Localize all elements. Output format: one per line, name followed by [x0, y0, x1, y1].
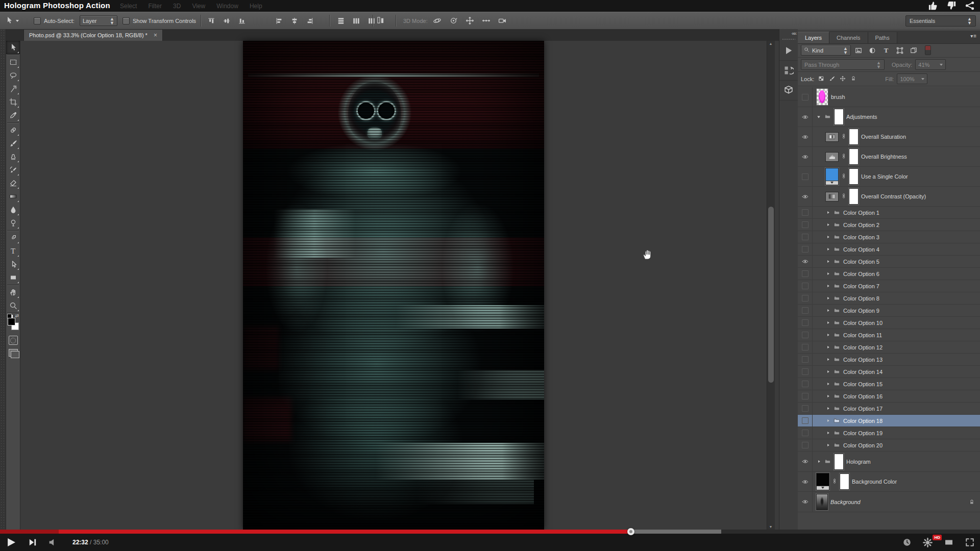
layer-row-color-option-11[interactable]: Color Option 11 — [798, 329, 980, 341]
layer-name[interactable]: Color Option 12 — [843, 344, 883, 350]
collapse-triangle-icon[interactable] — [825, 247, 830, 252]
current-tool-badge[interactable] — [5, 12, 19, 29]
collapse-triangle-icon[interactable] — [825, 271, 830, 276]
menu-select[interactable]: Select — [114, 3, 142, 10]
layer-row-adjustments[interactable]: Adjustments — [798, 107, 980, 127]
eye-visible-icon[interactable] — [798, 452, 813, 471]
layer-name[interactable]: Adjustments — [846, 114, 877, 120]
layer-row-overall-brightness[interactable]: Overall Brightness — [798, 147, 980, 167]
layer-name[interactable]: Color Option 18 — [843, 418, 883, 424]
layer-row-color-option-9[interactable]: Color Option 9 — [798, 305, 980, 317]
collapse-triangle-icon[interactable] — [825, 308, 830, 313]
color-fill-thumbnail[interactable] — [825, 168, 839, 185]
3d-orbit-button[interactable] — [430, 15, 444, 27]
collapse-triangle-icon[interactable] — [825, 222, 830, 227]
layer-row-color-option-10[interactable]: Color Option 10 — [798, 317, 980, 329]
lock-paint-button[interactable] — [829, 76, 835, 83]
3d-pan-button[interactable] — [463, 15, 476, 27]
eye-hidden-box[interactable] — [798, 219, 813, 231]
collapse-triangle-icon[interactable] — [825, 406, 830, 411]
layer-name[interactable]: Overall Saturation — [861, 134, 906, 140]
historybrush-tool[interactable] — [6, 163, 20, 177]
layer-name[interactable]: Color Option 3 — [843, 234, 879, 240]
eye-visible-icon[interactable] — [798, 256, 813, 267]
3d-roll-button[interactable] — [447, 15, 460, 27]
auto-select-target-dropdown[interactable]: Layer ▲▼ — [80, 15, 117, 26]
eye-hidden-box[interactable] — [798, 207, 813, 218]
eye-hidden-box[interactable] — [798, 243, 813, 255]
layer-row-color-option-20[interactable]: Color Option 20 — [798, 439, 980, 452]
workspace-switcher[interactable]: Essentials ▲▼ — [905, 15, 976, 27]
layer-row-color-option-3[interactable]: Color Option 3 — [798, 231, 980, 243]
collapse-triangle-icon[interactable] — [825, 284, 830, 288]
layer-name[interactable]: Color Option 15 — [843, 381, 883, 387]
layer-row-color-option-5[interactable]: Color Option 5 — [798, 256, 980, 268]
eye-hidden-box[interactable] — [798, 366, 813, 378]
eye-hidden-box[interactable] — [798, 317, 813, 329]
layer-name[interactable]: Color Option 8 — [843, 295, 879, 302]
hand-tool[interactable] — [6, 286, 20, 299]
filter-kind-dropdown[interactable]: Kind ▲▼ — [801, 45, 851, 56]
brush-tool[interactable] — [6, 137, 20, 150]
eye-hidden-box[interactable] — [798, 415, 813, 427]
layer-row-color-option-6[interactable]: Color Option 6 — [798, 268, 980, 280]
layer-thumbnail[interactable] — [816, 494, 828, 510]
menu-help[interactable]: Help — [244, 3, 268, 10]
screen-mode-button[interactable] — [9, 349, 18, 357]
layer-row-color-option-14[interactable]: Color Option 14 — [798, 366, 980, 378]
menu-window[interactable]: Window — [211, 3, 244, 10]
collapse-triangle-icon[interactable] — [825, 235, 830, 239]
opacity-value-box[interactable]: 41% — [915, 59, 946, 70]
eye-hidden-box[interactable] — [798, 439, 813, 451]
eye-visible-icon[interactable] — [798, 472, 813, 491]
menu-view[interactable]: View — [186, 3, 211, 10]
expand-triangle-icon[interactable] — [816, 114, 821, 119]
layer-name[interactable]: Color Option 16 — [843, 393, 883, 399]
filter-type-button[interactable]: T — [880, 45, 892, 56]
layer-name[interactable]: Color Option 5 — [843, 259, 879, 265]
layer-name[interactable]: Color Option 1 — [843, 210, 879, 216]
eye-visible-icon[interactable] — [798, 492, 813, 512]
layer-row-background-color[interactable]: Background Color — [798, 472, 980, 492]
eye-hidden-box[interactable] — [798, 87, 813, 107]
layer-row-color-option-19[interactable]: Color Option 19 — [798, 427, 980, 439]
layer-name[interactable]: Color Option 10 — [843, 320, 883, 326]
heal-tool[interactable] — [6, 123, 20, 137]
blur-tool[interactable] — [6, 203, 20, 216]
collapse-triangle-icon[interactable] — [825, 320, 830, 325]
eye-visible-icon[interactable] — [798, 107, 813, 127]
eyedropper-tool[interactable] — [6, 109, 20, 122]
document-canvas[interactable] — [243, 41, 544, 530]
align-bottom-button[interactable] — [235, 15, 249, 27]
align-top-button[interactable] — [205, 15, 218, 27]
layer-row-color-option-17[interactable]: Color Option 17 — [798, 403, 980, 415]
collapse-triangle-icon[interactable] — [825, 296, 830, 300]
gradient-tool[interactable] — [6, 190, 20, 203]
layer-name[interactable]: Background Color — [852, 479, 897, 485]
layer-row-color-option-12[interactable]: Color Option 12 — [798, 341, 980, 354]
layer-name[interactable]: Overall Brightness — [861, 154, 907, 160]
filter-adjustment-button[interactable] — [866, 45, 878, 56]
saturation-adjustment-icon[interactable] — [825, 132, 839, 142]
marquee-tool[interactable] — [6, 56, 20, 69]
quick-mask-button[interactable] — [9, 336, 18, 345]
clone-tool[interactable] — [6, 150, 20, 163]
layer-mask-thumbnail[interactable] — [834, 454, 844, 470]
tab-channels[interactable]: Channels — [829, 32, 868, 43]
collapse-triangle-icon[interactable] — [825, 382, 830, 386]
layer-mask-thumbnail[interactable] — [849, 168, 859, 185]
next-button[interactable] — [22, 534, 43, 551]
video-progress-bar[interactable] — [0, 530, 980, 534]
layer-row-brush[interactable]: brush — [798, 87, 980, 107]
layer-row-color-option-8[interactable]: Color Option 8 — [798, 292, 980, 305]
layer-row-color-option-7[interactable]: Color Option 7 — [798, 280, 980, 292]
collapse-triangle-icon[interactable] — [825, 259, 830, 264]
shape-tool[interactable] — [6, 271, 20, 284]
scroll-up-icon[interactable]: ▲ — [768, 42, 773, 45]
layer-row-color-option-16[interactable]: Color Option 16 — [798, 390, 980, 403]
foreground-color-swatch[interactable] — [8, 318, 15, 325]
layer-name[interactable]: Color Option 19 — [843, 430, 883, 436]
layer-name[interactable]: Hologram — [846, 459, 871, 465]
eye-hidden-box[interactable] — [798, 305, 813, 316]
color-fill-thumbnail[interactable] — [816, 473, 829, 490]
